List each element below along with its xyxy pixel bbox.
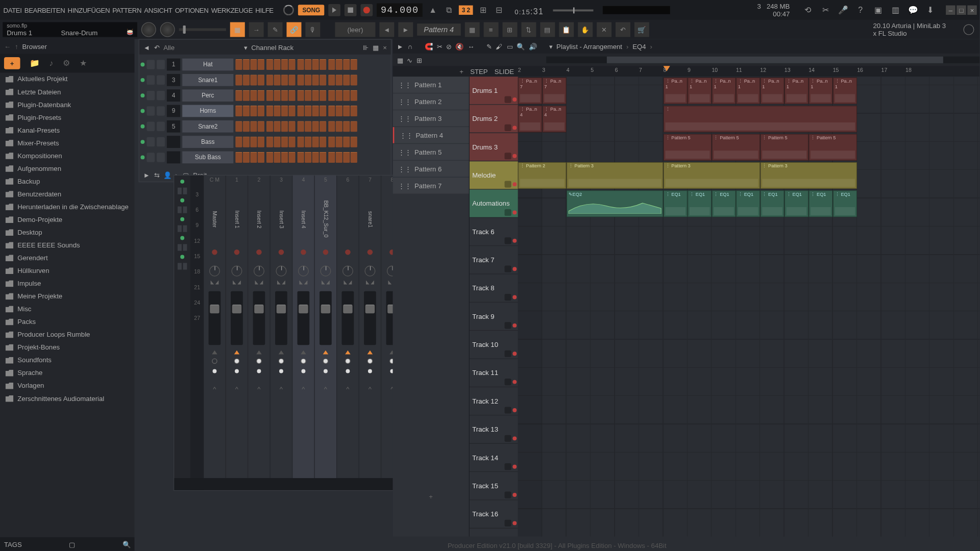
track-mute-icon[interactable] [504,209,511,216]
mixer-fx-icon[interactable] [212,350,217,355]
browser-item[interactable]: Mixer-Presets [0,137,135,149]
track-mute-icon[interactable] [504,491,511,498]
mixer-fader[interactable] [231,291,243,345]
step-button[interactable] [250,90,257,101]
mixer-fx-icon[interactable] [256,350,262,355]
clip[interactable]: ⋮ Pattern 5 [664,134,712,161]
chevron-up-icon[interactable]: ^ [235,385,238,392]
channel-mute-button[interactable] [146,106,155,115]
track-rec-icon[interactable] [512,211,517,215]
browser-item[interactable]: Desktop [0,226,135,239]
step-button[interactable] [243,59,250,70]
step-button[interactable] [288,152,295,163]
step-button[interactable] [258,121,264,132]
step-button[interactable] [250,74,257,85]
step-button[interactable] [336,59,342,70]
mixer-send-icon[interactable] [345,358,351,364]
step-button[interactable] [298,106,304,116]
menu-help[interactable]: HILFE [255,5,274,15]
step-button[interactable] [320,137,326,147]
step-button[interactable] [305,74,311,85]
step-button[interactable] [243,90,250,101]
cr-graph-icon[interactable]: ⊪ [363,43,369,51]
step-button[interactable] [343,152,350,163]
pattern-item[interactable]: ⋮⋮Pattern 1 [393,77,469,93]
pan-knob[interactable] [141,22,156,37]
pattern-item[interactable]: ⋮⋮Pattern 6 [393,161,469,177]
step-button[interactable] [298,90,304,101]
browser-list[interactable]: Aktuelles ProjektLetzte DateienPlugin-Da… [0,72,135,537]
step-button[interactable] [305,106,311,116]
channel-mute-button[interactable] [146,153,155,162]
step-button[interactable] [343,59,350,70]
browser-up-icon[interactable]: ↑ [15,43,18,50]
step-button[interactable] [243,74,250,85]
step-button[interactable] [281,106,288,116]
clip[interactable]: ⋮ Pa..n 1 [712,78,736,105]
channel-row[interactable]: Bass [140,135,389,149]
preset-next-icon[interactable]: ► [398,22,413,37]
step-button[interactable] [266,152,273,163]
track-header[interactable]: Track 13 [470,416,518,444]
view-browser-icon[interactable]: ▤ [540,22,555,37]
step-button[interactable] [351,137,357,147]
channel-row[interactable]: Sub Bass [140,150,389,165]
clip[interactable]: ⋮ Pa..n 1 [688,78,712,105]
mixer-track[interactable]: 4Insert 4^ [292,176,314,490]
step-button[interactable] [243,106,250,116]
browser-item[interactable]: Benutzerdaten [0,188,135,201]
menu-view[interactable]: ANSICHT [143,5,173,15]
step-button[interactable] [288,106,295,116]
tags-collapse-icon[interactable]: ▢ [69,540,75,547]
browser-item[interactable]: Packs [0,315,135,328]
step-button[interactable] [312,152,319,163]
preset-dropdown[interactable]: (leer) [335,22,375,37]
pattern-add-button[interactable]: + [393,490,469,503]
close-all-icon[interactable]: ✕ [597,22,611,37]
channel-pan-button[interactable] [157,60,165,69]
cr-tool2-icon[interactable]: 👤 [163,171,172,178]
browser-item[interactable]: Vorlagen [0,379,135,392]
step-button[interactable] [266,106,273,116]
track-mute-icon[interactable] [504,463,511,470]
pattern-item[interactable]: ⋮⋮Pattern 7 [393,178,469,194]
step-button[interactable] [250,121,257,132]
browser-item[interactable]: Projekt-Bones [0,341,135,354]
playlist-minimap[interactable]: ▦ ∿ ⊞ [393,54,979,66]
mixer-rec-icon[interactable] [323,249,329,255]
menu-edit[interactable]: BEARBEITEN [23,5,65,15]
step-button[interactable] [281,90,288,101]
channel-led-icon[interactable] [140,124,144,129]
browser-item[interactable]: Sprache [0,366,135,379]
track-header[interactable]: Track 11 [470,359,518,387]
channel-row[interactable]: 3Snare1 [140,72,389,87]
channel-name-button[interactable]: Perc [182,89,233,102]
chevron-up-icon[interactable]: ^ [346,385,349,392]
browser-add-button[interactable]: + [4,57,20,69]
step-button[interactable] [281,59,288,70]
step-button[interactable] [250,106,257,116]
track-rec-icon[interactable] [512,436,517,440]
stereo-sep-icon[interactable] [300,281,308,285]
snap-toggle[interactable]: ▦ [230,22,245,37]
track-header[interactable]: Track 15 [470,472,518,500]
view-channel-icon[interactable]: ⊞ [502,22,517,37]
clip[interactable]: ⋮ Pa..n 4 [518,106,542,133]
clip[interactable]: ⋮ Pattern 3 [567,162,664,189]
channel-led-icon[interactable] [140,93,144,97]
track-mute-icon[interactable] [504,237,511,244]
browser-item[interactable]: Letzte Dateien [0,85,135,98]
step-button[interactable] [281,74,288,85]
track-mute-icon[interactable] [504,322,511,329]
mixer-fx-icon[interactable] [323,350,329,355]
step-button[interactable] [305,121,311,132]
pl-mode-3-icon[interactable]: ⊞ [416,56,422,63]
channel-led-icon[interactable] [140,109,144,113]
mixer-fader[interactable] [209,291,221,345]
channel-mute-button[interactable] [146,76,155,85]
pl-cut-icon[interactable]: ✂ [437,43,443,50]
pl-menu-icon[interactable]: ▾ [549,43,553,50]
step-button[interactable] [328,90,335,101]
view-piano-icon[interactable]: ≡ [483,22,498,37]
clip[interactable]: ⋮ EQ1 [808,190,832,217]
